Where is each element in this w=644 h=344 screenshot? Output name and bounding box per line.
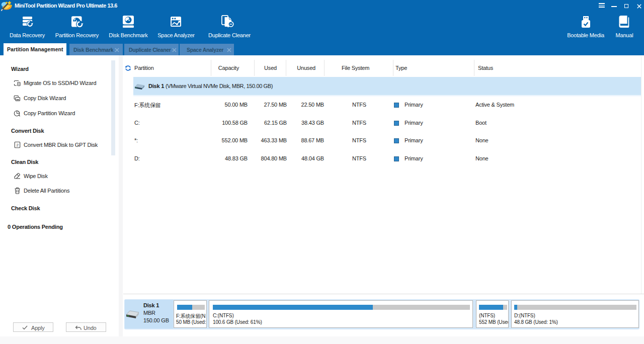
svg-text:2: 2 xyxy=(16,143,19,147)
